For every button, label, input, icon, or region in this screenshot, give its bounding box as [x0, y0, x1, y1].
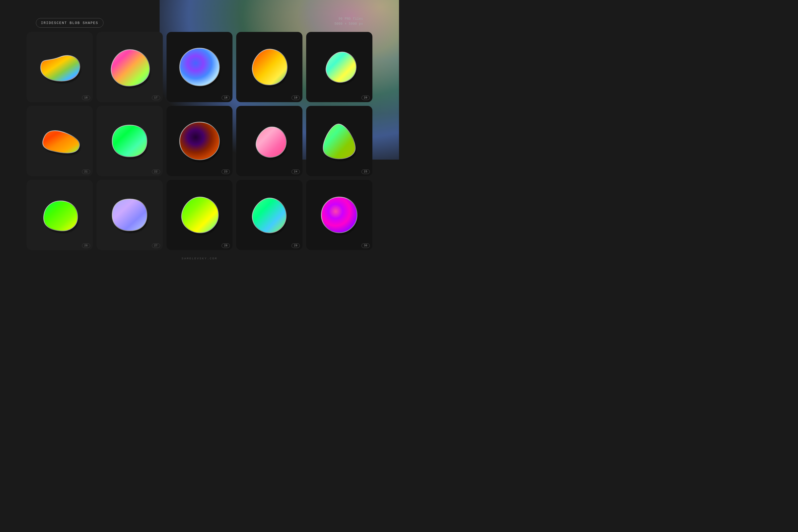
blob-card-28: 28: [167, 180, 233, 250]
blob-svg-23: [175, 115, 225, 167]
blob-svg-27: [105, 189, 155, 241]
card-number-26: 26: [82, 243, 90, 248]
title-text: IRIDESCENT BLOB SHAPES: [41, 21, 98, 25]
blob-card-19: 19: [236, 32, 302, 102]
card-number-19: 19: [291, 95, 300, 100]
card-number-25: 25: [361, 169, 370, 174]
blob-svg-29: [244, 189, 294, 241]
card-number-22: 22: [152, 169, 160, 174]
blob-card-30: 30: [306, 180, 373, 250]
blob-card-20: 20: [306, 32, 373, 102]
blob-card-29: 29: [236, 180, 302, 250]
blob-svg-22: [105, 115, 155, 167]
info-line2: 5000 × 5000 px: [334, 22, 363, 26]
blob-svg-16: [35, 41, 84, 93]
card-number-16: 16: [82, 95, 90, 100]
blob-card-27: 27: [97, 180, 163, 250]
blob-svg-17: [105, 41, 155, 93]
blob-svg-28: [175, 189, 225, 241]
blob-svg-26: [35, 189, 84, 241]
card-number-23: 23: [222, 169, 230, 174]
card-number-28: 28: [222, 243, 230, 248]
blob-card-22: 22: [97, 106, 163, 176]
card-number-17: 17: [152, 95, 160, 100]
info-text: 90 PNG files 5000 × 5000 px: [334, 17, 363, 26]
title-badge: IRIDESCENT BLOB SHAPES: [36, 18, 103, 28]
blob-svg-25: [315, 115, 364, 167]
card-number-18: 18: [222, 95, 230, 100]
blob-svg-19: [244, 41, 294, 93]
card-number-21: 21: [82, 169, 90, 174]
blob-svg-20: [315, 41, 364, 93]
blob-svg-18: [175, 41, 225, 93]
blob-card-21: 21: [26, 106, 93, 176]
blob-card-24: 24: [236, 106, 302, 176]
card-number-27: 27: [152, 243, 160, 248]
blob-card-23: 23: [167, 106, 233, 176]
blob-card-25: 25: [306, 106, 373, 176]
blob-card-17: 17: [97, 32, 163, 102]
card-number-29: 29: [291, 243, 300, 248]
footer-text: SAMOLEVSKY.COM: [182, 257, 217, 260]
blob-svg-24: [244, 115, 294, 167]
card-number-30: 30: [361, 243, 370, 248]
blob-card-16: 16: [26, 32, 93, 102]
info-line1: 90 PNG files: [334, 17, 363, 22]
blob-card-26: 26: [26, 180, 93, 250]
blob-card-18: 18: [167, 32, 233, 102]
blob-grid: 16: [26, 32, 373, 250]
card-number-20: 20: [361, 95, 370, 100]
card-number-24: 24: [291, 169, 300, 174]
blob-svg-21: [35, 115, 84, 167]
blob-svg-30: [315, 189, 364, 241]
